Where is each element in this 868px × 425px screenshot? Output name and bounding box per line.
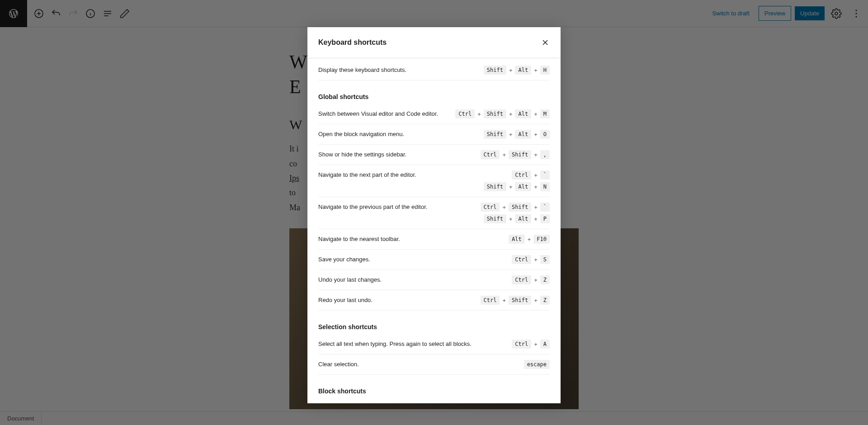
key-separator: + <box>533 256 538 263</box>
shortcut-description: Undo your last changes. <box>318 275 503 284</box>
key-separator: + <box>527 236 532 243</box>
key-combo: Shift+Alt+N <box>484 182 550 191</box>
shortcut-keys: Ctrl+`Shift+Alt+N <box>484 170 550 191</box>
shortcut-row: Switch between Visual editor and Code ed… <box>318 104 550 124</box>
shortcut-description: Select all text when typing. Press again… <box>318 340 503 349</box>
shortcut-section-title: Block shortcuts <box>318 387 550 395</box>
keyboard-key: Alt <box>515 66 531 75</box>
shortcut-row: Show or hide the settings sidebar.Ctrl+S… <box>318 145 550 165</box>
keyboard-key: escape <box>524 360 550 369</box>
key-separator: + <box>476 111 482 118</box>
shortcut-keys: Ctrl+Shift+Alt+M <box>455 109 550 118</box>
key-separator: + <box>533 204 538 211</box>
key-combo: Shift+Alt+O <box>484 130 550 139</box>
shortcut-row: Navigate to the previous part of the edi… <box>318 197 550 229</box>
keyboard-key: Alt <box>515 130 531 139</box>
keyboard-shortcuts-modal: Keyboard shortcuts Display these keyboar… <box>307 27 561 403</box>
shortcut-row: Navigate to the nearest toolbar.Alt+F10 <box>318 229 550 250</box>
key-separator: + <box>508 67 514 74</box>
keyboard-key: ` <box>540 170 550 179</box>
close-modal-button[interactable] <box>537 34 553 51</box>
key-combo: Shift+Alt+H <box>484 66 550 75</box>
shortcut-row: Redo your last undo.Ctrl+Shift+Z <box>318 290 550 311</box>
key-separator: + <box>533 67 538 74</box>
keyboard-key: Shift <box>484 214 506 223</box>
key-separator: + <box>533 277 538 283</box>
keyboard-key: Alt <box>509 235 525 244</box>
key-separator: + <box>501 151 507 158</box>
shortcut-section-title: Global shortcuts <box>318 93 550 100</box>
keyboard-key: A <box>540 340 550 349</box>
shortcut-keys: Shift+Alt+O <box>484 130 550 139</box>
keyboard-key: Alt <box>515 182 531 191</box>
keyboard-key: Z <box>540 275 550 284</box>
shortcut-row: Display these keyboard shortcuts.Shift+A… <box>318 60 550 80</box>
key-separator: + <box>501 297 507 304</box>
key-separator: + <box>501 204 507 211</box>
key-combo: Ctrl+Shift+, <box>481 150 550 159</box>
keyboard-key: Alt <box>515 214 531 223</box>
shortcut-description: Switch between Visual editor and Code ed… <box>318 109 446 118</box>
keyboard-key: Shift <box>509 150 531 159</box>
keyboard-key: Ctrl <box>481 296 500 305</box>
shortcut-row: Open the block navigation menu.Shift+Alt… <box>318 124 550 145</box>
shortcut-description: Clear selection. <box>318 360 515 369</box>
key-combo: Ctrl+Shift+Alt+M <box>455 109 550 118</box>
keyboard-key: Shift <box>484 130 506 139</box>
shortcut-description: Save your changes. <box>318 255 503 264</box>
shortcut-description: Show or hide the settings sidebar. <box>318 150 472 159</box>
keyboard-key: Shift <box>509 296 531 305</box>
keyboard-key: Ctrl <box>455 109 475 118</box>
close-icon <box>541 38 550 47</box>
keyboard-key: Alt <box>515 109 531 118</box>
keyboard-key: Ctrl <box>481 150 500 159</box>
key-combo: Ctrl+Shift+Z <box>481 296 550 305</box>
key-combo: Ctrl+S <box>512 255 550 264</box>
key-separator: + <box>533 172 538 179</box>
key-combo: Alt+F10 <box>509 235 550 244</box>
keyboard-key: M <box>540 109 550 118</box>
shortcut-description: Navigate to the next part of the editor. <box>318 170 475 179</box>
shortcut-keys: Ctrl+A <box>512 340 550 349</box>
key-separator: + <box>508 111 514 118</box>
key-combo: escape <box>524 360 550 369</box>
keyboard-key: H <box>540 66 550 75</box>
shortcut-description: Open the block navigation menu. <box>318 130 475 139</box>
key-combo: Ctrl+Z <box>512 275 550 284</box>
key-combo: Shift+Alt+P <box>484 214 550 223</box>
shortcut-keys: Shift+Alt+H <box>484 66 550 75</box>
shortcut-description: Navigate to the nearest toolbar. <box>318 235 500 244</box>
modal-body[interactable]: Display these keyboard shortcuts.Shift+A… <box>307 58 561 403</box>
keyboard-key: Ctrl <box>512 340 531 349</box>
shortcut-keys: Ctrl+Shift+Z <box>481 296 550 305</box>
shortcut-section-title: Selection shortcuts <box>318 323 550 331</box>
key-separator: + <box>508 131 514 138</box>
shortcut-row: Save your changes.Ctrl+S <box>318 250 550 270</box>
shortcut-row: Clear selection.escape <box>318 354 550 375</box>
keyboard-key: S <box>540 255 550 264</box>
key-separator: + <box>533 341 538 348</box>
key-separator: + <box>533 184 538 190</box>
shortcut-keys: Alt+F10 <box>509 235 550 244</box>
modal-header: Keyboard shortcuts <box>307 27 561 58</box>
keyboard-key: O <box>540 130 550 139</box>
shortcut-keys: Ctrl+Shift+`Shift+Alt+P <box>481 203 550 223</box>
keyboard-key: Ctrl <box>512 170 531 179</box>
shortcut-row: Duplicate the selected block(s).Ctrl+Shi… <box>318 398 550 403</box>
shortcut-keys: Ctrl+Z <box>512 275 550 284</box>
keyboard-key: , <box>540 150 550 159</box>
keyboard-key: Z <box>540 296 550 305</box>
key-combo: Ctrl+Shift+` <box>481 203 550 212</box>
keyboard-key: N <box>540 182 550 191</box>
shortcut-description: Redo your last undo. <box>318 296 472 305</box>
shortcut-row: Undo your last changes.Ctrl+Z <box>318 270 550 290</box>
keyboard-key: ` <box>540 203 550 212</box>
shortcut-keys: Ctrl+Shift+, <box>481 150 550 159</box>
keyboard-key: Shift <box>484 182 506 191</box>
keyboard-key: Shift <box>484 109 506 118</box>
keyboard-key: F10 <box>533 235 550 244</box>
key-separator: + <box>508 216 514 222</box>
keyboard-key: Ctrl <box>481 203 500 212</box>
key-combo: Ctrl+A <box>512 340 550 349</box>
key-separator: + <box>533 216 538 222</box>
